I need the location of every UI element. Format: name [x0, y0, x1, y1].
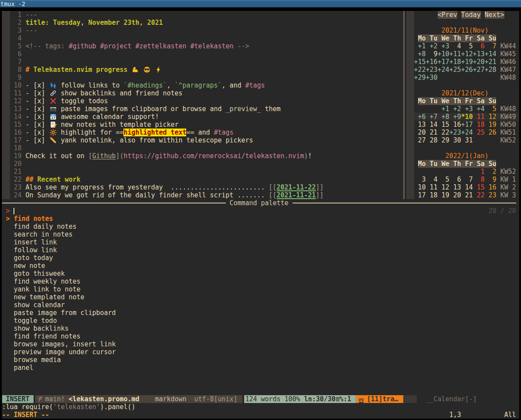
calendar-day[interactable]: 1 — [473, 168, 485, 176]
calendar-day[interactable]: 18 — [426, 191, 438, 199]
calendar-day[interactable]: +13 — [473, 50, 485, 58]
calendar-day[interactable]: 20 — [449, 191, 461, 199]
editor-line[interactable]: 5 <!-- tags: #github #project #zettelkas… — [2, 42, 249, 50]
calendar-day[interactable] — [485, 74, 497, 81]
calendar-day[interactable]: +2 — [449, 105, 461, 113]
calendar-day[interactable]: 25 — [473, 129, 485, 136]
palette-item[interactable]: browse media — [2, 356, 61, 364]
editor-line[interactable]: 13 - [x] paste images from clipboard or … — [2, 105, 281, 113]
calendar-day[interactable] — [449, 74, 461, 81]
editor-line[interactable]: 17 - [x] yank notelink, also from within… — [2, 136, 253, 144]
calendar-day[interactable]: +1 — [414, 42, 426, 50]
palette-item[interactable]: show calendar — [2, 301, 65, 309]
calendar-day[interactable]: 6 — [449, 176, 461, 183]
calendar-day[interactable]: +4 — [473, 105, 485, 113]
calendar-day[interactable] — [473, 74, 485, 81]
calendar-day[interactable]: 12 — [438, 183, 449, 191]
calendar-day[interactable]: 5 — [438, 176, 449, 183]
calendar-day[interactable]: +26 — [461, 66, 473, 74]
editor-line[interactable]: 14 - [x] July17 awesome calendar support… — [2, 113, 159, 121]
editor-line[interactable]: 4 — [2, 34, 26, 42]
calendar-day[interactable] — [461, 168, 473, 176]
calendar-day[interactable]: 18 — [473, 121, 485, 129]
calendar-day[interactable]: +23 — [426, 66, 438, 74]
calendar-day[interactable]: 4 — [449, 42, 461, 50]
calendar-day[interactable]: 7 — [461, 176, 473, 183]
calendar-day[interactable]: 13 — [449, 183, 461, 191]
calendar-day[interactable]: +16 — [426, 58, 438, 66]
editor-line[interactable]: 23 Also see my progress from yesterday .… — [2, 183, 324, 191]
calendar-day[interactable]: 15 — [473, 183, 485, 191]
calendar-day[interactable]: 9 — [485, 176, 497, 183]
calendar-day[interactable] — [473, 136, 485, 144]
calendar-day[interactable]: 5 — [485, 105, 497, 113]
calendar-day[interactable]: +15 — [414, 58, 426, 66]
calendar-day[interactable]: +25 — [449, 66, 461, 74]
palette-item[interactable]: paste image from clipboard — [2, 309, 116, 317]
editor-line[interactable]: 9 — [2, 74, 26, 81]
palette-item[interactable]: find friend notes — [2, 332, 81, 340]
calendar-day[interactable]: 13 — [414, 121, 426, 129]
calendar-day[interactable]: 3 — [414, 176, 426, 183]
calendar-day[interactable]: 10 — [414, 183, 426, 191]
calendar-day[interactable]: +10 — [438, 50, 449, 58]
calendar-day[interactable]: 14 — [461, 183, 473, 191]
calendar-day[interactable]: +30 — [426, 74, 438, 81]
calendar-day[interactable]: +28 — [485, 66, 497, 74]
calendar-day[interactable]: 22 — [473, 191, 485, 199]
calendar-day[interactable]: 4 — [426, 176, 438, 183]
command-line[interactable]: :lua require('telekasten').panel() — [2, 403, 136, 411]
editor-line[interactable]: 19 Check it out on [Github](https://gith… — [2, 152, 312, 160]
calendar-day[interactable]: 30 — [449, 136, 461, 144]
calendar-day[interactable]: +29 — [414, 74, 426, 81]
calendar-day[interactable]: 23 — [485, 191, 497, 199]
calendar-day[interactable] — [438, 74, 449, 81]
calendar-day[interactable] — [414, 168, 426, 176]
calendar-day[interactable]: +7 — [426, 113, 438, 121]
editor-line[interactable]: 7 — [2, 58, 26, 66]
calendar-day[interactable]: +2 — [426, 42, 438, 50]
calendar-day[interactable]: 2 — [485, 168, 497, 176]
calendar-day[interactable]: +27 — [473, 66, 485, 74]
calendar-day[interactable] — [426, 168, 438, 176]
palette-prompt[interactable]: > — [2, 207, 10, 215]
calendar-day[interactable]: 7 — [485, 42, 497, 50]
calendar-day[interactable]: 9 — [426, 50, 438, 58]
palette-item[interactable]: yank link to note — [2, 285, 81, 293]
calendar-day[interactable]: +18 — [449, 58, 461, 66]
palette-item[interactable]: insert link — [2, 238, 57, 246]
editor-line[interactable]: 3 --- — [2, 27, 37, 34]
calendar-day[interactable]: 21 — [426, 129, 438, 136]
calendar-day[interactable]: +19 — [461, 58, 473, 66]
calendar-day[interactable]: +21 — [485, 58, 497, 66]
calendar-day[interactable]: 28 — [426, 136, 438, 144]
calendar-day[interactable]: +8 — [438, 113, 449, 121]
calendar-day[interactable]: +11 — [449, 50, 461, 58]
calendar-day[interactable] — [461, 74, 473, 81]
palette-item[interactable]: browse images, insert link — [2, 340, 116, 348]
window-titlebar[interactable]: tmux -2 — [0, 0, 521, 7]
calendar-day[interactable]: 31 — [461, 136, 473, 144]
calendar-day[interactable]: 29 — [438, 136, 449, 144]
calendar-day[interactable]: +3 — [438, 42, 449, 50]
calendar-day[interactable]: +24 — [438, 66, 449, 74]
editor-line[interactable]: 8 # Telekasten.nvim progress — [2, 66, 163, 74]
calendar-day[interactable]: 11 — [426, 183, 438, 191]
calendar-day[interactable]: 21 — [461, 191, 473, 199]
calendar-day[interactable] — [426, 105, 438, 113]
calendar-day[interactable]: +12 — [461, 50, 473, 58]
calendar-day[interactable]: +24 — [461, 129, 473, 136]
editor-line[interactable]: 6 — [2, 50, 26, 58]
palette-item[interactable]: new note — [2, 262, 45, 270]
editor-line[interactable]: 12 - [x] toggle todos — [2, 97, 108, 105]
editor-line[interactable]: 1 --- — [2, 11, 37, 19]
palette-item[interactable]: search in notes — [2, 230, 73, 238]
calendar-day[interactable]: 14 — [426, 121, 438, 129]
calendar-day[interactable] — [485, 136, 497, 144]
editor-line[interactable]: 15 - [x] new notes with template picker — [2, 121, 179, 129]
calendar-day[interactable]: +22 — [414, 66, 426, 74]
calendar-day[interactable]: 16 — [449, 121, 461, 129]
editor-line[interactable]: 20 — [2, 160, 26, 168]
calendar-day[interactable]: +9 — [449, 113, 461, 121]
calendar-day[interactable]: 16 — [485, 183, 497, 191]
